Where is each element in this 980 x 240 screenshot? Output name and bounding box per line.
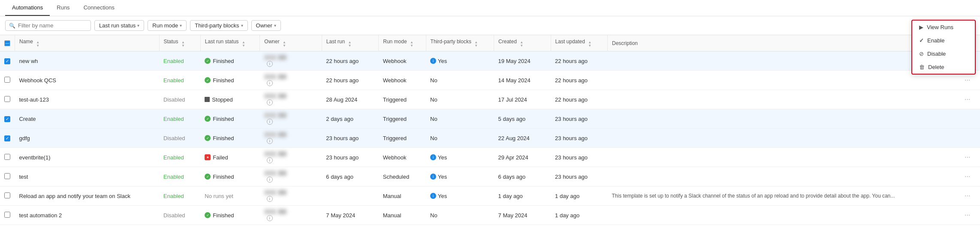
info-icon[interactable]: i	[267, 61, 273, 67]
tab-runs[interactable]: Runs	[50, 0, 76, 16]
col-header-name[interactable]: Name ▲▼	[15, 35, 160, 51]
table-row: Webhook QCSEnabled Finishedi22 hours ago…	[0, 71, 980, 90]
row-name[interactable]: test	[15, 167, 160, 186]
tab-connections[interactable]: Connections	[77, 0, 121, 16]
dropdown-item-disable[interactable]: ⊘ Disable	[912, 47, 975, 60]
col-header-lastupdated[interactable]: Last updated ▲▼	[551, 35, 607, 51]
owner-avatar	[264, 93, 318, 99]
checkbox[interactable]	[4, 173, 10, 179]
row-status: Enabled	[159, 186, 200, 206]
more-button[interactable]: ···	[963, 173, 972, 180]
row-last-run-status: Stopped	[200, 90, 259, 109]
row-checkbox-cell	[0, 90, 15, 109]
tab-automations[interactable]: Automations	[5, 0, 50, 16]
row-name[interactable]: test-aut-123	[15, 90, 160, 109]
info-icon-blue[interactable]: i	[430, 58, 436, 64]
row-more-actions: ···	[959, 206, 980, 225]
row-checkbox-cell	[0, 109, 15, 129]
table-row: test automation 2Disabled Finishedi7 May…	[0, 206, 980, 225]
col-header-thirdparty[interactable]: Third-party blocks ▲▼	[426, 35, 494, 51]
row-last-updated: 23 hours ago	[551, 109, 607, 129]
row-created: 14 May 2024	[494, 71, 551, 90]
row-status: Enabled	[159, 71, 200, 90]
info-icon-blue[interactable]: i	[430, 154, 436, 160]
checkbox[interactable]	[4, 192, 10, 198]
row-name[interactable]: Create	[15, 109, 160, 129]
info-icon[interactable]: i	[267, 99, 273, 105]
owner-filter[interactable]: Owner ▾	[251, 20, 281, 31]
checkbox[interactable]	[4, 154, 10, 160]
row-name[interactable]: new wh	[15, 51, 160, 71]
col-header-runmode[interactable]: Run mode ▲▼	[379, 35, 426, 51]
row-more-actions: ···	[959, 186, 980, 206]
more-button[interactable]: ···	[963, 192, 972, 199]
row-checkbox-cell	[0, 51, 15, 71]
tab-bar: Automations Runs Connections	[0, 0, 980, 16]
row-checkbox-cell	[0, 206, 15, 225]
sort-icon: ▲▼	[36, 41, 39, 48]
success-icon	[205, 58, 211, 64]
col-header-status[interactable]: Status ▲▼	[159, 35, 200, 51]
row-created: 5 days ago	[494, 109, 551, 129]
col-header-checkbox: —	[0, 35, 15, 51]
checkbox[interactable]	[4, 212, 10, 218]
owner-avatar	[264, 151, 318, 156]
row-third-party: i Yes	[426, 186, 494, 206]
col-header-lastrun[interactable]: Last run ▲▼	[322, 35, 378, 51]
sort-icon: ▲▼	[474, 41, 478, 48]
row-run-mode: Webhook	[379, 71, 426, 90]
col-header-owner[interactable]: Owner ▲▼	[260, 35, 322, 51]
checkbox[interactable]	[4, 96, 10, 102]
row-name[interactable]: Webhook QCS	[15, 71, 160, 90]
dropdown-item-view-runs[interactable]: ▶ View Runs	[912, 21, 975, 34]
more-button[interactable]: ···	[963, 96, 972, 103]
more-button[interactable]: ···	[963, 153, 972, 161]
third-party-blocks-filter[interactable]: Third-party blocks ▾	[190, 20, 247, 31]
col-header-created[interactable]: Created ▲▼	[494, 35, 551, 51]
col-header-lastrunstatus[interactable]: Last run status ▲▼	[200, 35, 259, 51]
row-name[interactable]: test automation 2	[15, 206, 160, 225]
info-icon-blue[interactable]: i	[430, 174, 436, 180]
search-input[interactable]	[18, 22, 87, 29]
owner-avatar	[264, 74, 318, 79]
row-owner: i	[260, 90, 322, 109]
info-icon[interactable]: i	[267, 177, 273, 183]
disable-icon: ⊘	[919, 51, 924, 57]
last-run-status-filter[interactable]: Last run status ▾	[94, 20, 144, 31]
info-icon[interactable]: i	[267, 157, 273, 163]
info-icon[interactable]: i	[267, 138, 273, 144]
run-mode-filter[interactable]: Run mode ▾	[148, 20, 187, 31]
checkbox[interactable]	[4, 77, 10, 83]
info-icon[interactable]: i	[267, 80, 273, 86]
row-checkbox-cell	[0, 148, 15, 167]
dropdown-item-enable[interactable]: ✓ Enable	[912, 34, 975, 47]
search-box[interactable]: 🔍	[5, 20, 91, 31]
automations-table: — Name ▲▼ Status ▲▼ Last run status ▲▼ O…	[0, 35, 980, 225]
info-icon[interactable]: i	[267, 119, 273, 125]
owner-avatar	[264, 132, 318, 137]
actions-dropdown: ▶ View Runs ✓ Enable ⊘ Disable 🗑 Delete	[911, 20, 976, 75]
info-icon[interactable]: i	[267, 215, 273, 221]
row-name[interactable]: eventbrite(1)	[15, 148, 160, 167]
row-name[interactable]: Reload an app and notify your team on Sl…	[15, 186, 160, 206]
dropdown-item-delete[interactable]: 🗑 Delete	[912, 60, 975, 74]
checkbox[interactable]	[4, 135, 10, 141]
row-owner: i	[260, 109, 322, 129]
row-last-updated: 22 hours ago	[551, 71, 607, 90]
sort-icon: ▲▼	[410, 41, 413, 48]
checkbox[interactable]	[4, 58, 10, 64]
sort-icon: ▲▼	[242, 41, 245, 48]
checkbox[interactable]	[4, 116, 10, 122]
row-created: 29 Apr 2024	[494, 148, 551, 167]
row-run-mode: Triggered	[379, 109, 426, 129]
row-status: Enabled	[159, 109, 200, 129]
info-icon-blue[interactable]: i	[430, 193, 436, 199]
row-run-mode: Triggered	[379, 129, 426, 148]
row-run-mode: Triggered	[379, 90, 426, 109]
sort-icon: ▲▼	[520, 41, 523, 48]
row-name[interactable]: gdfg	[15, 129, 160, 148]
more-button[interactable]: ···	[963, 211, 972, 219]
info-icon[interactable]: i	[267, 196, 273, 202]
row-status: Enabled	[159, 51, 200, 71]
more-button[interactable]: ···	[963, 76, 972, 84]
